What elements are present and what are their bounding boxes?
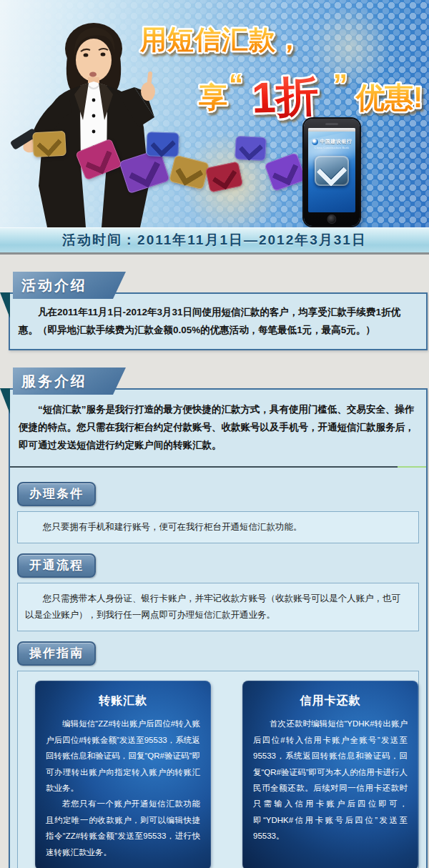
promo-banner: 用短信汇款， 享 “ 1折 ” 优惠! 中国建设银行 China Constru…: [0, 0, 429, 227]
banner-headline: 用短信汇款， 享 “ 1折 ” 优惠!: [0, 0, 429, 143]
section-service-box: “短信汇款”服务是我行打造的最方便快捷的汇款方式，具有使用门槛低、交易安全、操作…: [9, 388, 428, 868]
headline-quote-open: “: [229, 69, 243, 100]
subsection-process-header: 开通流程: [17, 553, 96, 578]
headline-quote-close: ”: [333, 69, 347, 100]
ccb-bank-name: 中国建设银行: [320, 138, 352, 145]
guide-card-creditcard: 信用卡还款 首次还款时编辑短信“YDHK#转出账户后四位#转入信用卡账户全账号”…: [242, 681, 418, 868]
activity-description: 凡在2011年11月1日-2012年3月31日间使用短信汇款的客户，均享受汇款手…: [10, 294, 426, 349]
process-text: 您只需携带本人身份证、银行卡账户，并牢记收款方账号（收款账号可以是个人账户，也可…: [25, 591, 408, 623]
page-body: 活动介绍 凡在2011年11月1日-2012年3月31日间使用短信汇款的客户，均…: [0, 255, 429, 868]
subsection-conditions-header: 办理条件: [17, 482, 96, 506]
activity-time-value: 2011年11月1日—2012年3月31日: [137, 231, 367, 250]
conditions-text: 您只要拥有手机和建行账号，便可在我行柜台开通短信汇款功能。: [25, 519, 408, 536]
section-activity-box: 凡在2011年11月1日-2012年3月31日间使用短信汇款的客户，均享受汇款手…: [9, 292, 428, 350]
headline-line1: 用短信汇款，: [139, 25, 303, 54]
headline-enjoy: 享: [199, 82, 227, 113]
section-activity-title-tab: 活动介绍: [13, 272, 126, 299]
subsection-title: 开通流程: [29, 558, 84, 572]
guide-card-title: 信用卡还款: [253, 694, 408, 709]
activity-time-label: 活动时间：: [62, 231, 137, 250]
section-title: 服务介绍: [21, 373, 87, 389]
headline-discount: 1折: [251, 71, 320, 122]
phone-screen: 中国建设银行 China Construction Bank: [308, 128, 355, 212]
phone-speaker: [325, 123, 338, 125]
guide-card-transfer: 转账汇款 编辑短信“ZZ#转出账户后四位#转入账户后四位#转账金额”发送至955…: [35, 681, 211, 868]
section-service: 服务介绍 “短信汇款”服务是我行打造的最方便快捷的汇款方式，具有使用门槛低、交易…: [0, 350, 429, 868]
subsection-guide-header: 操作指南: [17, 641, 96, 666]
guide-card-paragraph: 若您只有一个账户开通短信汇款功能且约定唯一的收款账户，则可以编辑快捷指令“ZZ#…: [46, 796, 200, 860]
fold-corner: [0, 388, 10, 414]
smartphone: 中国建设银行 China Construction Bank: [304, 119, 360, 226]
subsection-title: 操作指南: [29, 646, 84, 660]
section-title: 活动介绍: [21, 277, 87, 293]
promo-page: { "banner": { "title_line1": "用短信汇款，", "…: [0, 0, 429, 868]
guide-card-title: 转账汇款: [46, 694, 200, 709]
sms-envelope-app-icon: [315, 156, 349, 186]
section-service-title-tab: 服务介绍: [13, 368, 126, 395]
ccb-bank-logo: [312, 139, 318, 145]
envelope-icon: [146, 132, 179, 157]
process-box: 您只需携带本人身份证、银行卡账户，并牢记收款方账号（收款账号可以是个人账户，也可…: [17, 583, 419, 631]
envelope-icon: [32, 131, 66, 157]
guide-box: 转账汇款 编辑短信“ZZ#转出账户后四位#转入账户后四位#转账金额”发送至955…: [17, 671, 419, 868]
section-activity: 活动介绍 凡在2011年11月1日-2012年3月31日间使用短信汇款的客户，均…: [0, 255, 429, 350]
section-divider: [10, 466, 426, 468]
phone-home-button: [327, 214, 337, 224]
guide-card-paragraph: 首次还款时编辑短信“YDHK#转出账户后四位#转入信用卡账户全账号”发送至955…: [253, 716, 408, 844]
activity-time-bar: 活动时间：2011年11月1日—2012年3月31日: [0, 227, 429, 255]
envelope-icon: [235, 136, 267, 161]
guide-card-paragraph: 编辑短信“ZZ#转出账户后四位#转入账户后四位#转账金额”发送至95533，系统…: [46, 716, 200, 796]
conditions-box: 您只要拥有手机和建行账号，便可在我行柜台开通短信汇款功能。: [17, 511, 419, 544]
headline-sale: 优惠!: [355, 82, 423, 113]
subsection-title: 办理条件: [29, 487, 84, 500]
service-description: “短信汇款”服务是我行打造的最方便快捷的汇款方式，具有使用门槛低、交易安全、操作…: [10, 390, 426, 465]
fold-corner: [0, 292, 10, 318]
